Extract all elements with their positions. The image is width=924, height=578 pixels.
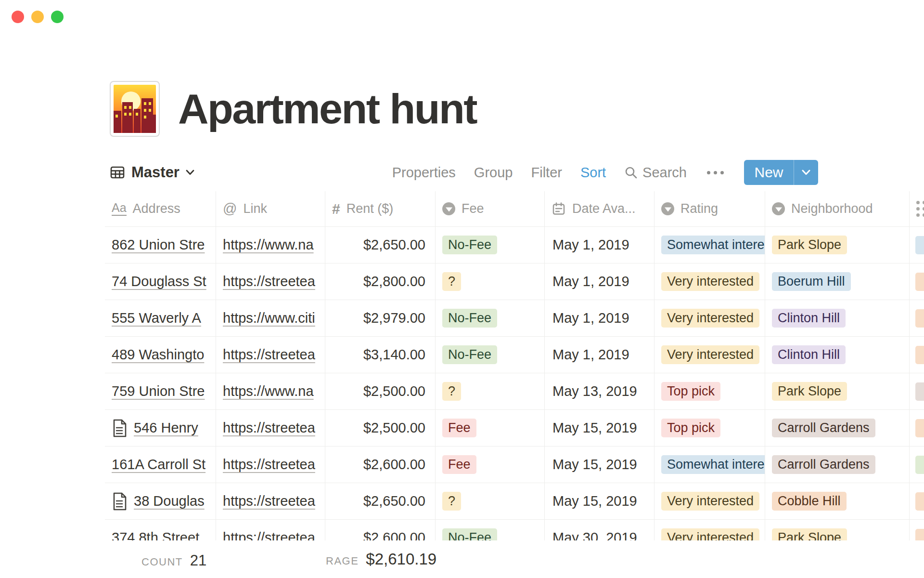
rent-cell[interactable]: $2,800.00 <box>325 263 436 300</box>
url-text[interactable]: https://www.na <box>223 383 314 399</box>
count-calculation[interactable]: COUNT 21 <box>141 552 206 569</box>
url-text[interactable]: https://streetea <box>223 493 315 509</box>
date-available-cell[interactable]: May 15, 2019 <box>545 410 654 446</box>
rent-cell[interactable]: $2,979.00 <box>325 300 436 336</box>
city-sunset-emoji[interactable] <box>110 81 160 137</box>
fee-cell[interactable]: No-Fee <box>436 520 545 540</box>
address-cell[interactable]: 374 8th Street <box>105 520 216 540</box>
rating-cell[interactable]: Very interested <box>654 300 765 336</box>
group-button[interactable]: Group <box>474 165 513 181</box>
link-cell[interactable]: https://streetea <box>216 337 325 373</box>
column-header-address[interactable]: Aa Address <box>105 191 216 226</box>
minimize-window-button[interactable] <box>31 11 44 23</box>
url-text[interactable]: https://streetea <box>223 347 315 363</box>
sort-button[interactable]: Sort <box>580 165 606 181</box>
neighborhood-cell[interactable]: Park Slope <box>765 373 910 409</box>
neighborhood-cell[interactable]: Boerum Hill <box>765 263 910 300</box>
fee-cell[interactable]: No-Fee <box>436 337 545 373</box>
page-title[interactable]: Apartment hunt <box>178 88 476 130</box>
fee-cell[interactable]: ? <box>436 373 545 409</box>
column-header-rent[interactable]: # Rent ($) <box>325 191 436 226</box>
address-cell[interactable]: 38 Douglas <box>105 483 216 519</box>
close-window-button[interactable] <box>12 11 24 23</box>
rent-cell[interactable]: $2,650.00 <box>325 483 436 519</box>
url-text[interactable]: https://www.na <box>223 237 314 253</box>
search-button[interactable]: Search <box>624 165 687 181</box>
address-cell[interactable]: 546 Henry <box>105 410 216 446</box>
column-header-neighborhood[interactable]: Neighborhood <box>765 191 910 226</box>
rent-cell[interactable]: $2,500.00 <box>325 373 436 409</box>
column-header-rating[interactable]: Rating <box>654 191 765 226</box>
url-text[interactable]: https://streetea <box>223 274 315 289</box>
rating-cell[interactable]: Top pick <box>654 373 765 409</box>
url-text[interactable]: https://streetea <box>223 530 315 540</box>
more-options-button[interactable] <box>705 171 726 174</box>
url-text[interactable]: https://streetea <box>223 420 315 436</box>
overflow-cell[interactable] <box>910 373 924 409</box>
neighborhood-cell[interactable]: Carroll Gardens <box>765 447 910 483</box>
fee-cell[interactable]: No-Fee <box>436 300 545 336</box>
date-available-cell[interactable]: May 1, 2019 <box>545 337 654 373</box>
neighborhood-cell[interactable]: Clinton Hill <box>765 300 910 336</box>
address-cell[interactable]: 862 Union Stre <box>105 227 216 263</box>
overflow-cell[interactable] <box>910 483 924 519</box>
filter-button[interactable]: Filter <box>531 165 562 181</box>
rating-cell[interactable]: Very interested <box>654 263 765 300</box>
rent-cell[interactable]: $2,650.00 <box>325 227 436 263</box>
link-cell[interactable]: https://streetea <box>216 263 325 300</box>
rent-cell[interactable]: $3,140.00 <box>325 337 436 373</box>
new-button-dropdown[interactable] <box>794 160 818 185</box>
date-available-cell[interactable]: May 30, 2019 <box>545 520 654 540</box>
rating-cell[interactable]: Somewhat interested <box>654 447 765 483</box>
link-cell[interactable]: https://streetea <box>216 447 325 483</box>
rent-cell[interactable]: $2,600.00 <box>325 447 436 483</box>
fee-cell[interactable]: Fee <box>436 410 545 446</box>
rent-cell[interactable]: $2,600.00 <box>325 520 436 540</box>
fee-cell[interactable]: ? <box>436 483 545 519</box>
view-switcher[interactable]: Master <box>110 164 194 181</box>
rating-cell[interactable]: Top pick <box>654 410 765 446</box>
fee-cell[interactable]: No-Fee <box>436 227 545 263</box>
rating-cell[interactable]: Somewhat interested <box>654 227 765 263</box>
neighborhood-cell[interactable]: Park Slope <box>765 227 910 263</box>
date-available-cell[interactable]: May 15, 2019 <box>545 447 654 483</box>
url-text[interactable]: https://www.citi <box>223 310 315 326</box>
date-available-cell[interactable]: May 1, 2019 <box>545 227 654 263</box>
zoom-window-button[interactable] <box>51 11 64 23</box>
column-header-link[interactable]: @ Link <box>216 191 325 226</box>
overflow-cell[interactable] <box>910 263 924 300</box>
overflow-cell[interactable] <box>910 410 924 446</box>
overflow-cell[interactable] <box>910 447 924 483</box>
overflow-cell[interactable] <box>910 520 924 540</box>
date-available-cell[interactable]: May 1, 2019 <box>545 263 654 300</box>
neighborhood-cell[interactable]: Park Slope <box>765 520 910 540</box>
link-cell[interactable]: https://www.citi <box>216 300 325 336</box>
fee-cell[interactable]: ? <box>436 263 545 300</box>
properties-button[interactable]: Properties <box>392 165 456 181</box>
address-cell[interactable]: 74 Douglass St <box>105 263 216 300</box>
address-cell[interactable]: 161A Carroll St <box>105 447 216 483</box>
link-cell[interactable]: https://streetea <box>216 520 325 540</box>
new-button[interactable]: New <box>744 160 818 185</box>
rating-cell[interactable]: Very interested <box>654 337 765 373</box>
rating-cell[interactable]: Very interested <box>654 520 765 540</box>
neighborhood-cell[interactable]: Clinton Hill <box>765 337 910 373</box>
overflow-cell[interactable] <box>910 227 924 263</box>
link-cell[interactable]: https://www.na <box>216 227 325 263</box>
address-cell[interactable]: 555 Waverly A <box>105 300 216 336</box>
rating-cell[interactable]: Very interested <box>654 483 765 519</box>
overflow-cell[interactable] <box>910 337 924 373</box>
link-cell[interactable]: https://www.na <box>216 373 325 409</box>
neighborhood-cell[interactable]: Carroll Gardens <box>765 410 910 446</box>
url-text[interactable]: https://streetea <box>223 457 315 473</box>
column-header-date-available[interactable]: Date Ava... <box>545 191 654 226</box>
address-cell[interactable]: 759 Union Stre <box>105 373 216 409</box>
address-cell[interactable]: 489 Washingto <box>105 337 216 373</box>
rent-cell[interactable]: $2,500.00 <box>325 410 436 446</box>
overflow-cell[interactable] <box>910 300 924 336</box>
date-available-cell[interactable]: May 1, 2019 <box>545 300 654 336</box>
date-available-cell[interactable]: May 13, 2019 <box>545 373 654 409</box>
column-header-overflow[interactable] <box>910 191 924 226</box>
neighborhood-cell[interactable]: Cobble Hill <box>765 483 910 519</box>
link-cell[interactable]: https://streetea <box>216 410 325 446</box>
